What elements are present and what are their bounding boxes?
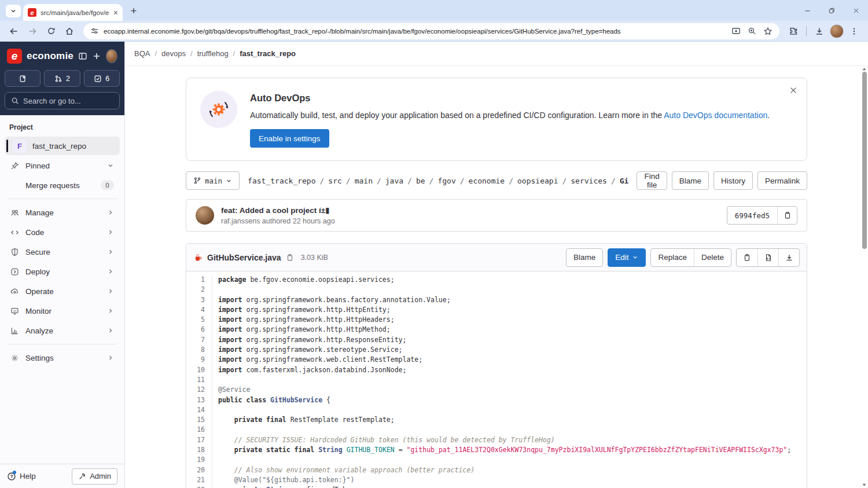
site-settings-icon[interactable] [90,27,99,35]
todos-shortcut-button[interactable]: 6 [84,70,120,87]
minimize-button[interactable] [795,0,819,21]
sidebar-item-analyze[interactable]: Analyze [5,321,120,340]
line-number[interactable]: 4 [186,305,212,315]
line-number[interactable]: 18 [186,445,212,455]
browser-tab[interactable]: e src/main/java/be/fgov/economi × [23,4,123,21]
bookmark-star-icon[interactable] [763,27,773,36]
breadcrumb-item[interactable]: main [355,177,373,185]
merge-requests-shortcut-button[interactable]: 2 [44,70,80,87]
replace-button[interactable]: Replace [651,249,694,266]
find-file-button[interactable]: Find file [637,171,667,190]
sidebar-toggle-icon[interactable] [78,52,87,61]
banner-close-icon[interactable] [789,86,797,94]
sidebar-item-manage[interactable]: Manage [5,203,120,222]
economie-logo[interactable]: e [7,49,22,64]
line-number[interactable]: 12 [186,385,212,395]
download-icon[interactable] [778,249,799,266]
sidebar-item-code[interactable]: Code [5,223,120,241]
breadcrumb-item[interactable]: services [571,177,607,185]
line-number[interactable]: 9 [186,355,212,365]
history-button[interactable]: History [713,171,753,190]
browser-profile-avatar[interactable] [830,24,844,38]
search-input[interactable]: Search or go to... [5,92,120,109]
code-lines[interactable]: 1package be.fgov.economie.oopsieapi.serv… [186,271,807,488]
scrollbar-thumb[interactable] [862,72,867,249]
install-app-icon[interactable] [731,27,741,36]
breadcrumb-item[interactable]: java [385,177,403,185]
line-number[interactable]: 3 [186,295,212,305]
line-number[interactable]: 21 [186,475,212,485]
sidebar-item-settings[interactable]: Settings [5,348,120,367]
line-number[interactable]: 19 [186,455,212,465]
user-avatar[interactable] [106,49,117,63]
breadcrumb-item[interactable]: economie [469,177,505,185]
branch-selector[interactable]: main [186,171,240,190]
zoom-icon[interactable] [748,27,756,35]
enable-in-settings-button[interactable]: Enable in settings [250,129,329,148]
sidebar-item-pinned[interactable]: Pinned [5,156,120,175]
line-number[interactable]: 13 [186,395,212,405]
line-number[interactable]: 14 [186,405,212,415]
line-number[interactable]: 5 [186,315,212,325]
home-button[interactable] [61,23,78,39]
sidebar-item-merge-requests[interactable]: Merge requests 0 [5,176,120,195]
address-bar[interactable]: ecoapp.internal.economie.fgov.be/git/bqa… [83,23,779,39]
code-line: 9import org.springframework.web.client.R… [186,355,807,365]
delete-button[interactable]: Delete [694,249,731,266]
line-number[interactable]: 15 [186,415,212,425]
new-tab-button[interactable]: + [126,3,141,19]
copy-sha-icon[interactable] [777,207,797,224]
line-number[interactable]: 7 [186,335,212,345]
forward-button[interactable] [24,23,41,39]
line-number[interactable]: 16 [186,425,212,435]
breadcrumb-item[interactable]: fgov [437,177,455,185]
breadcrumb-item[interactable]: BQA [134,49,150,58]
breadcrumb-item[interactable]: src [328,177,341,185]
line-number[interactable]: 1 [186,275,212,285]
commit-author-avatar[interactable] [196,206,214,225]
sidebar-item-project[interactable]: F fast_track_repo [5,137,120,155]
edit-button[interactable]: Edit [608,248,646,267]
commit-title[interactable]: feat: Added a cool project í±▮ [221,206,335,215]
sidebar-item-deploy[interactable]: Deploy [5,262,120,281]
open-raw-icon[interactable] [757,249,778,266]
auto-devops-doc-link[interactable]: Auto DevOps documentation [664,111,767,120]
sidebar-item-operate[interactable]: Operate [5,282,120,300]
line-number[interactable]: 11 [186,375,212,385]
browser-menu-icon[interactable] [846,23,862,39]
create-new-icon[interactable] [92,52,101,61]
breadcrumb-item[interactable]: oopsieapi [517,177,558,185]
breadcrumb-item[interactable]: trufflehog [197,49,229,58]
tab-search-button[interactable] [6,5,21,17]
help-button[interactable]: ? Help [7,472,36,481]
permalink-button[interactable]: Permalink [757,171,807,190]
breadcrumb-item[interactable]: fast_track_repo [248,177,315,185]
restore-button[interactable] [819,0,844,21]
blame-button[interactable]: Blame [566,248,603,267]
line-number[interactable]: 6 [186,325,212,335]
line-number[interactable]: 17 [186,435,212,445]
copy-path-icon[interactable] [286,254,294,262]
breadcrumb-item[interactable]: be [416,177,425,185]
blame-nav-button[interactable]: Blame [672,171,709,190]
copy-file-contents-icon[interactable] [737,249,757,266]
extensions-icon[interactable] [785,23,801,39]
close-button[interactable] [844,0,868,21]
tab-close-icon[interactable]: × [113,9,118,17]
downloads-icon[interactable] [811,23,827,39]
sidebar-item-monitor[interactable]: Monitor [5,302,120,320]
reload-button[interactable] [43,23,59,39]
sidebar-item-secure[interactable]: Secure [5,243,120,261]
line-number[interactable]: 10 [186,365,212,375]
page-scrollbar[interactable] [860,66,868,488]
scroll-down-arrow[interactable] [861,482,867,488]
line-number[interactable]: 22 [186,485,212,488]
line-number[interactable]: 8 [186,345,212,355]
admin-button[interactable]: Admin [72,468,117,485]
commit-sha[interactable]: 6994fed5 [727,207,777,224]
issues-shortcut-button[interactable] [5,70,41,87]
line-number[interactable]: 20 [186,465,212,475]
breadcrumb-item[interactable]: devops [161,49,186,58]
back-button[interactable] [6,23,22,39]
line-number[interactable]: 2 [186,285,212,295]
